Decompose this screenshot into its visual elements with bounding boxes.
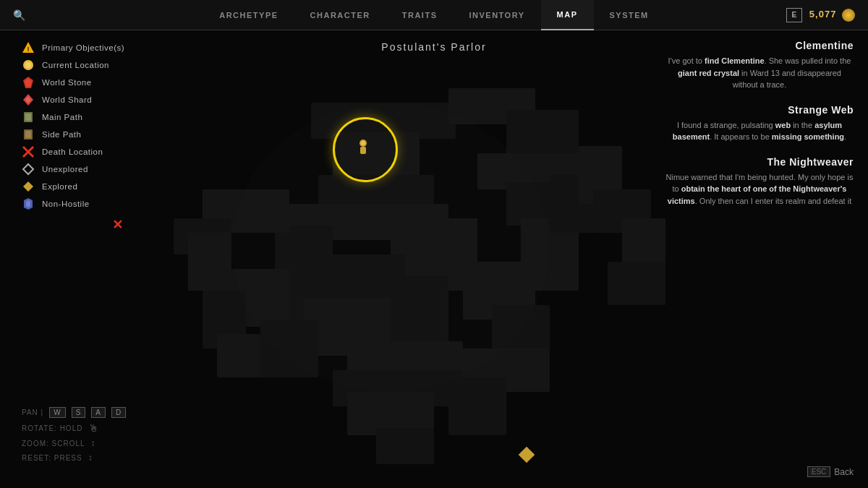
legend-primary-label: Primary Objective(s)	[42, 43, 124, 52]
control-rotate: ROTATE: HOLD 🖱	[22, 422, 126, 434]
control-reset: RESET: PRESS ↕	[22, 453, 126, 463]
main-path-icon	[22, 111, 35, 124]
quest-nightweaver-title: The Nightweaver	[665, 156, 854, 168]
quest-strange-web-desc: I found a strange, pulsating web in the …	[665, 119, 854, 143]
rotate-label: ROTATE: HOLD	[22, 424, 82, 432]
svg-text:!: !	[27, 46, 30, 53]
control-pan: PAN | W S A D	[22, 407, 126, 418]
legend-worldshard-label: World Shard	[42, 95, 92, 104]
e-key-button[interactable]: E	[786, 8, 802, 22]
top-navigation: 🔍 ARCHETYPE CHARACTER TRAITS INVENTORY M…	[0, 0, 868, 30]
legend-side-path: Side Path	[22, 127, 124, 142]
nav-archetype[interactable]: ARCHETYPE	[203, 0, 294, 30]
svg-point-40	[361, 141, 365, 145]
unexplored-icon	[22, 163, 35, 176]
map-title: Postulant's Parlor	[381, 41, 486, 53]
back-button[interactable]: ESC Back	[807, 466, 854, 477]
svg-marker-56	[23, 181, 33, 192]
svg-rect-39	[360, 147, 366, 154]
back-label: Back	[834, 467, 854, 477]
nav-map[interactable]: MAP	[541, 0, 594, 30]
svg-marker-55	[23, 164, 33, 174]
key-s: S	[72, 407, 86, 418]
death-location-icon	[22, 145, 35, 158]
legend-primary-objective: ! Primary Objective(s)	[22, 40, 124, 56]
key-a: A	[91, 407, 106, 418]
zoom-label: ZOOM: SCROLL	[22, 440, 85, 448]
legend-current-label: Current Location	[42, 61, 109, 69]
nav-traits[interactable]: TRAITS	[386, 0, 454, 30]
controls-panel: PAN | W S A D ROTATE: HOLD 🖱 ZOOM: SCROL…	[22, 407, 126, 463]
svg-rect-52	[25, 131, 31, 138]
key-w: W	[49, 407, 65, 418]
quest-nightweaver: The Nightweaver Nimue warned that I'm be…	[665, 156, 854, 207]
currency-display: 5,077	[809, 9, 855, 22]
quest-panel: Clementine I've got to find Clementine. …	[665, 40, 854, 220]
svg-rect-50	[25, 114, 31, 121]
legend-explored: Explored	[22, 179, 124, 194]
legend-mainpath-label: Main Path	[42, 113, 82, 121]
svg-marker-58	[26, 200, 30, 207]
svg-point-44	[25, 62, 31, 68]
quest-clementine-title: Clementine	[665, 40, 854, 51]
esc-key: ESC	[807, 466, 831, 477]
legend-unexplored-label: Unexplored	[42, 165, 88, 174]
quest-clementine: Clementine I've got to find Clementine. …	[665, 40, 854, 91]
legend-death-location: Death Location	[22, 144, 124, 160]
legend-world-stone: World Stone	[22, 74, 124, 90]
player-marker	[354, 139, 369, 153]
legend-non-hostile: Non-Hostile	[22, 196, 124, 212]
search-icon: 🔍	[13, 9, 25, 21]
death-marker: ✕	[112, 217, 123, 233]
legend-worldstone-label: World Stone	[42, 78, 92, 87]
nav-inventory[interactable]: INVENTORY	[453, 0, 540, 30]
legend-world-shard: World Shard	[22, 92, 124, 108]
pan-label: PAN |	[22, 408, 43, 416]
quest-strange-web: Strange Web I found a strange, pulsating…	[665, 104, 854, 143]
press-icon: ↕	[88, 453, 93, 463]
nav-search[interactable]: 🔍	[13, 9, 35, 21]
mouse-icon: 🖱	[88, 422, 99, 434]
quest-strange-web-title: Strange Web	[665, 104, 854, 116]
nav-character[interactable]: CHARACTER	[294, 0, 386, 30]
map-legend: ! Primary Objective(s) Current Location …	[22, 40, 124, 212]
scroll-icon: ↕	[91, 438, 96, 448]
key-d: D	[111, 407, 126, 418]
quest-clementine-desc: I've got to find Clementine. She was pul…	[665, 55, 854, 91]
legend-sidepath-label: Side Path	[42, 130, 81, 139]
quest-nightweaver-desc: Nimue warned that I'm being hunted. My o…	[665, 171, 854, 207]
legend-explored-label: Explored	[42, 182, 77, 191]
current-location-icon	[22, 59, 35, 72]
non-hostile-icon	[22, 197, 35, 210]
world-stone-icon	[22, 76, 35, 89]
control-zoom: ZOOM: SCROLL ↕	[22, 438, 126, 448]
reset-label: RESET: PRESS	[22, 454, 82, 462]
primary-objective-icon: !	[22, 41, 35, 54]
nav-right-section: E 5,077	[786, 8, 855, 22]
legend-main-path: Main Path	[22, 109, 124, 125]
legend-current-location: Current Location	[22, 57, 124, 73]
side-path-icon	[22, 128, 35, 141]
legend-unexplored: Unexplored	[22, 161, 124, 177]
explored-icon	[22, 180, 35, 193]
currency-icon	[842, 9, 855, 22]
world-shard-icon	[22, 93, 35, 106]
legend-death-label: Death Location	[42, 147, 103, 156]
legend-nonhostile-label: Non-Hostile	[42, 200, 90, 208]
nav-system[interactable]: SYSTEM	[594, 0, 665, 30]
